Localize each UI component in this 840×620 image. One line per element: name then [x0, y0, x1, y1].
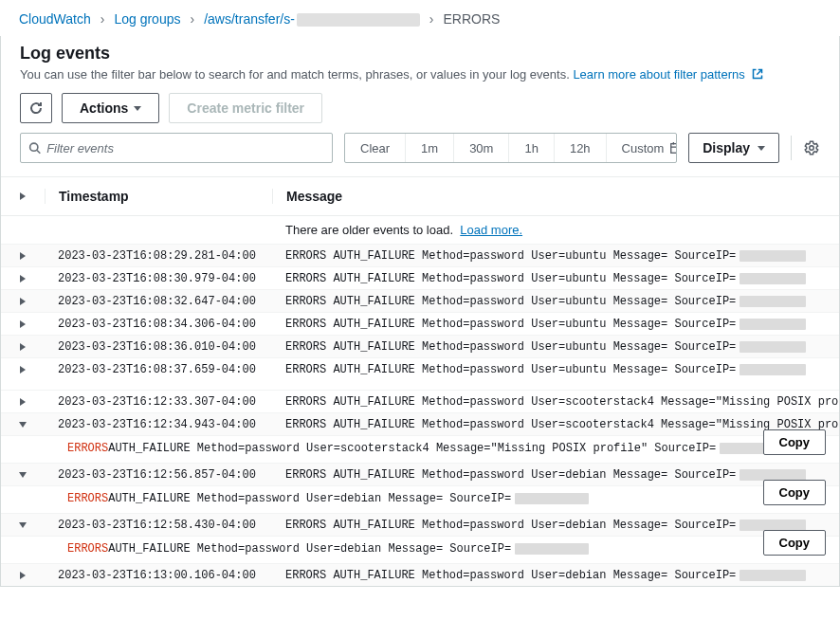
timestamp-cell: 2023-03-23T16:08:37.659-04:00 — [45, 363, 272, 376]
breadcrumb: CloudWatch › Log groups › /aws/transfer/… — [0, 0, 840, 36]
table-row: 2023-03-23T16:13:00.106-04:00ERRORS AUTH… — [1, 563, 839, 586]
time-1m[interactable]: 1m — [406, 134, 454, 162]
message-cell: ERRORS AUTH_FAILURE Method=password User… — [272, 295, 839, 308]
chevron-right-icon: › — [100, 11, 105, 27]
refresh-button[interactable] — [20, 93, 52, 123]
table-row: 2023-03-23T16:08:29.281-04:00ERRORS AUTH… — [1, 244, 839, 266]
redacted-text — [297, 13, 420, 27]
expanded-detail: ERRORS AUTH_FAILURE Method=password User… — [1, 485, 839, 513]
message-header[interactable]: Message — [272, 189, 839, 204]
time-12h[interactable]: 12h — [555, 134, 607, 162]
redacted-text — [740, 296, 806, 307]
display-button[interactable]: Display — [688, 133, 779, 163]
time-range-selector: Clear 1m 30m 1h 12h Custom — [344, 133, 677, 163]
calendar-icon — [669, 141, 677, 155]
table-header: Timestamp Message — [1, 177, 839, 215]
chevron-right-icon: › — [190, 11, 194, 27]
caret-right-icon[interactable] — [20, 252, 26, 260]
message-cell: ERRORS AUTH_FAILURE Method=password User… — [272, 468, 839, 482]
actions-button[interactable]: Actions — [62, 93, 159, 123]
message-cell: ERRORS AUTH_FAILURE Method=password User… — [272, 363, 839, 376]
breadcrumb-root[interactable]: CloudWatch — [19, 11, 91, 27]
divider — [791, 136, 792, 160]
caret-down-icon[interactable] — [19, 472, 27, 478]
table-row: 2023-03-23T16:12:34.943-04:00ERRORS AUTH… — [1, 412, 839, 435]
time-1h[interactable]: 1h — [509, 134, 554, 162]
message-cell: ERRORS AUTH_FAILURE Method=password User… — [272, 249, 839, 263]
caret-right-icon[interactable] — [20, 398, 26, 406]
caret-right-icon[interactable] — [20, 343, 26, 351]
error-tag: ERRORS — [67, 442, 108, 455]
page-subtitle: You can use the filter bar below to sear… — [20, 67, 820, 82]
expanded-detail: ERRORS AUTH_FAILURE Method=password User… — [1, 536, 839, 563]
redacted-text — [740, 520, 806, 531]
search-input-wrap[interactable] — [20, 133, 333, 163]
copy-button[interactable]: Copy — [763, 530, 827, 556]
redacted-text — [740, 469, 806, 481]
caret-right-icon[interactable] — [20, 366, 26, 374]
caret-right-icon[interactable] — [20, 298, 26, 305]
table-row: 2023-03-23T16:12:58.430-04:00ERRORS AUTH… — [1, 513, 839, 536]
older-events-row: There are older events to load. Load mor… — [1, 215, 839, 244]
error-tag: ERRORS — [67, 542, 108, 556]
time-custom[interactable]: Custom — [607, 134, 678, 162]
caret-down-icon — [758, 146, 765, 151]
caret-down-icon[interactable] — [19, 522, 27, 528]
message-cell: ERRORS AUTH_FAILURE Method=password User… — [272, 318, 839, 331]
table-row: 2023-03-23T16:12:33.307-04:00ERRORS AUTH… — [1, 390, 839, 412]
expanded-detail: ERRORS AUTH_FAILURE Method=password User… — [1, 435, 839, 463]
redacted-text — [740, 364, 806, 375]
redacted-text — [740, 341, 806, 353]
detail-text: AUTH_FAILURE Method=password User=scoote… — [108, 442, 716, 455]
timestamp-cell: 2023-03-23T16:08:30.979-04:00 — [45, 272, 272, 285]
redacted-text — [740, 273, 806, 284]
caret-down-icon[interactable] — [19, 422, 27, 428]
timestamp-cell: 2023-03-23T16:12:34.943-04:00 — [45, 418, 272, 431]
search-input[interactable] — [46, 141, 324, 155]
timestamp-cell: 2023-03-23T16:12:58.430-04:00 — [45, 519, 272, 532]
breadcrumb-current: ERRORS — [444, 11, 501, 27]
table-row: 2023-03-23T16:08:30.979-04:00ERRORS AUTH… — [1, 266, 839, 289]
caret-right-icon[interactable] — [20, 320, 26, 328]
load-more-link[interactable]: Load more. — [460, 223, 522, 237]
message-cell: ERRORS AUTH_FAILURE Method=password User… — [272, 272, 839, 285]
svg-point-2 — [810, 146, 814, 151]
copy-button[interactable]: Copy — [763, 480, 827, 505]
detail-text: AUTH_FAILURE Method=password User=debian… — [108, 492, 511, 505]
redacted-text — [515, 543, 589, 555]
table-row: 2023-03-23T16:08:36.010-04:00ERRORS AUTH… — [1, 335, 839, 357]
copy-button[interactable]: Copy — [763, 429, 827, 455]
caret-right-icon[interactable] — [20, 275, 26, 283]
caret-right-icon[interactable] — [20, 572, 26, 579]
breadcrumb-log-group-path[interactable]: /aws/transfer/s- — [204, 11, 420, 27]
redacted-text — [740, 250, 806, 262]
caret-down-icon — [134, 106, 141, 111]
log-table: Timestamp Message There are older events… — [1, 176, 839, 586]
timestamp-cell: 2023-03-23T16:13:00.106-04:00 — [45, 569, 272, 582]
page-title: Log events — [20, 44, 820, 64]
create-metric-filter-button: Create metric filter — [169, 93, 322, 123]
settings-button[interactable] — [803, 139, 820, 156]
redacted-text — [740, 570, 806, 581]
timestamp-header[interactable]: Timestamp — [45, 189, 272, 204]
timestamp-cell: 2023-03-23T16:12:33.307-04:00 — [45, 395, 272, 409]
external-link-icon — [749, 67, 764, 82]
timestamp-cell: 2023-03-23T16:08:29.281-04:00 — [45, 249, 272, 263]
table-row: 2023-03-23T16:08:32.647-04:00ERRORS AUTH… — [1, 289, 839, 312]
message-cell: ERRORS AUTH_FAILURE Method=password User… — [272, 569, 839, 582]
learn-more-link[interactable]: Learn more about filter patterns — [573, 67, 763, 82]
chevron-right-icon: › — [429, 11, 434, 27]
message-cell: ERRORS AUTH_FAILURE Method=password User… — [272, 418, 839, 431]
timestamp-cell: 2023-03-23T16:08:32.647-04:00 — [45, 295, 272, 308]
time-clear[interactable]: Clear — [345, 134, 406, 162]
table-row: 2023-03-23T16:08:34.306-04:00ERRORS AUTH… — [1, 312, 839, 335]
svg-point-0 — [30, 143, 38, 151]
breadcrumb-log-groups[interactable]: Log groups — [114, 11, 180, 27]
time-30m[interactable]: 30m — [454, 134, 509, 162]
detail-text: AUTH_FAILURE Method=password User=debian… — [108, 542, 511, 556]
timestamp-cell: 2023-03-23T16:08:34.306-04:00 — [45, 318, 272, 331]
message-cell: ERRORS AUTH_FAILURE Method=password User… — [272, 340, 839, 354]
redacted-text — [515, 493, 589, 504]
expand-all-header[interactable] — [1, 192, 45, 200]
error-tag: ERRORS — [67, 492, 108, 505]
